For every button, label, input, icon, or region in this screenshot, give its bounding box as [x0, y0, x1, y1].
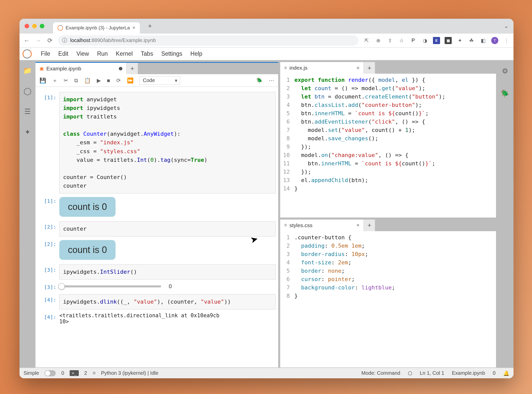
- right-activity-bar: ⚙ 🪲: [498, 62, 512, 368]
- cpu-icon[interactable]: ⌗: [93, 370, 96, 376]
- browser-toolbar: ← → ⟳ ⓘ localhost:8890/lab/tree/Example.…: [20, 33, 514, 48]
- simple-mode-toggle[interactable]: [45, 370, 56, 376]
- status-right-num: 0: [493, 370, 496, 376]
- back-button[interactable]: ←: [23, 37, 30, 44]
- notebook-toolbar: 💾 ＋ ✂ ⧉ 📋 ▶ ■ ⟳ ⏩ Code 🪲 ⋯: [35, 74, 278, 87]
- address-bar[interactable]: ⓘ localhost:8890/lab/tree/Example.ipynb: [58, 35, 358, 46]
- ext-badge-2[interactable]: ▦: [445, 37, 452, 44]
- terminals-chip[interactable]: >_: [70, 370, 79, 376]
- menu-kernel[interactable]: Kernel: [112, 49, 136, 59]
- close-tab-icon[interactable]: ×: [132, 25, 135, 31]
- main-area: ▣ Example.ipynb + 💾 ＋ ✂ ⧉ 📋 ▶ ■ ⟳ ⏩: [35, 60, 514, 368]
- more-icon[interactable]: ⋯: [269, 77, 274, 84]
- kebab-menu-icon[interactable]: ⋮: [503, 37, 510, 44]
- maximize-window-button[interactable]: [40, 24, 44, 28]
- menu-view[interactable]: View: [73, 49, 92, 59]
- menu-edit[interactable]: Edit: [55, 49, 72, 59]
- editor-js-tab[interactable]: ≡ index.js ×: [280, 62, 364, 74]
- trusted-icon[interactable]: ⬡: [408, 370, 412, 376]
- ext-circle-icon[interactable]: ◑: [421, 37, 428, 44]
- notebook-cells[interactable]: [1]: import anywidget import ipywidgets …: [35, 87, 278, 367]
- slider-thumb[interactable]: [58, 283, 65, 290]
- add-notebook-tab[interactable]: +: [127, 63, 138, 74]
- menu-settings[interactable]: Settings: [158, 49, 186, 59]
- menu-tabs[interactable]: Tabs: [137, 49, 157, 59]
- close-css-tab-icon[interactable]: ×: [356, 222, 359, 228]
- cell-4-input[interactable]: [4]: ipywidgets.dlink((_, "value"), (cou…: [35, 294, 276, 309]
- extensions-rail-icon[interactable]: ✦: [25, 128, 30, 136]
- editor-js-body[interactable]: 1234567891011121314 export function rend…: [280, 74, 496, 218]
- toc-icon[interactable]: ☰: [24, 107, 31, 116]
- share-icon[interactable]: ⇪: [386, 37, 393, 44]
- counter-button-2[interactable]: count is 0: [59, 240, 116, 260]
- editor-css-tab[interactable]: ≡ styles.css ×: [280, 220, 364, 231]
- cell-1-input[interactable]: [1]: import anywidget import ipywidgets …: [35, 92, 276, 193]
- slider-track[interactable]: [60, 285, 161, 287]
- sidepanel-icon[interactable]: ◧: [480, 37, 487, 44]
- open-external-icon[interactable]: ⇱: [363, 37, 370, 44]
- debugger-icon[interactable]: 🪲: [501, 89, 509, 98]
- right-pane: ≡ index.js × + 1234567891011121314 expor…: [280, 62, 496, 368]
- new-tab-button[interactable]: +: [148, 22, 152, 30]
- menu-help[interactable]: Help: [187, 49, 206, 59]
- bell-icon[interactable]: 🔔: [503, 370, 509, 376]
- cell-2-input[interactable]: [2]: counter: [35, 221, 276, 237]
- ext-leaf-icon[interactable]: ☘: [468, 37, 475, 44]
- left-activity-bar: 📁 ◯ ☰ ✦: [20, 60, 35, 368]
- status-filename: Example.ipynb: [452, 370, 485, 376]
- profile-avatar[interactable]: T: [491, 37, 498, 44]
- fast-forward-icon[interactable]: ⏩: [127, 77, 134, 84]
- bug-icon[interactable]: 🪲: [256, 77, 263, 84]
- editor-css-pane: ≡ styles.css × + 12345678 .counter-butto…: [280, 219, 496, 368]
- property-inspector-icon[interactable]: ⚙: [502, 67, 508, 75]
- cell-3-code[interactable]: ipywidgets.IntSlider(): [59, 264, 276, 280]
- extensions-icon[interactable]: ✦: [456, 37, 463, 44]
- js-code[interactable]: export function render({ model, el }) { …: [292, 74, 496, 218]
- stop-icon[interactable]: ■: [107, 77, 110, 84]
- restart-icon[interactable]: ⟳: [116, 77, 121, 84]
- forward-button[interactable]: →: [35, 37, 42, 44]
- cell-2-code[interactable]: counter: [59, 221, 276, 237]
- status-kernel[interactable]: Python 3 (ipykernel) | Idle: [101, 370, 158, 376]
- site-info-icon[interactable]: ⓘ: [62, 37, 67, 44]
- menu-file[interactable]: File: [37, 49, 54, 59]
- status-bar: Simple 0 >_ 2 ⌗ Python 3 (ipykernel) | I…: [20, 368, 514, 378]
- add-css-tab[interactable]: +: [364, 220, 375, 231]
- cell-1-output: [1]: count is 0: [35, 195, 276, 219]
- running-icon[interactable]: ◯: [24, 87, 31, 95]
- files-icon[interactable]: 📁: [23, 66, 32, 75]
- minimize-window-button[interactable]: [32, 24, 37, 28]
- copy-icon[interactable]: ⧉: [74, 77, 78, 84]
- jupyter-logo-icon[interactable]: [23, 49, 32, 58]
- ext-p-icon[interactable]: P: [410, 37, 417, 44]
- reload-button[interactable]: ⟳: [46, 37, 53, 44]
- bookmark-icon[interactable]: ☆: [398, 37, 405, 44]
- cell-3-output: [3]: 0: [35, 282, 276, 292]
- counter-button-1[interactable]: count is 0: [59, 197, 116, 217]
- url-host: localhost: [70, 37, 90, 43]
- int-slider[interactable]: 0: [59, 283, 276, 290]
- close-js-tab-icon[interactable]: ×: [356, 65, 359, 71]
- editor-css-tabrow: ≡ styles.css × +: [280, 220, 496, 231]
- editor-css-body[interactable]: 12345678 .counter-button { padding: 0.5e…: [280, 231, 496, 367]
- cell-1-code[interactable]: import anywidget import ipywidgets impor…: [59, 92, 276, 193]
- paste-icon[interactable]: 📋: [84, 77, 91, 84]
- cut-icon[interactable]: ✂: [64, 77, 68, 84]
- ext-badge-1[interactable]: E: [433, 37, 440, 44]
- notebook-tab[interactable]: ▣ Example.ipynb: [35, 63, 127, 74]
- jupyter-menubar: File Edit View Run Kernel Tabs Settings …: [20, 48, 514, 60]
- tabs-menu-icon[interactable]: ⌄: [504, 23, 508, 29]
- menu-run[interactable]: Run: [93, 49, 111, 59]
- cell-4-code[interactable]: ipywidgets.dlink((_, "value"), (counter,…: [59, 294, 276, 309]
- cell-2-out-prompt: [2]:: [35, 239, 59, 262]
- close-window-button[interactable]: [25, 24, 29, 28]
- add-cell-icon[interactable]: ＋: [52, 77, 58, 84]
- css-code[interactable]: .counter-button { padding: 0.5em 1em; bo…: [292, 231, 496, 367]
- cell-3-input[interactable]: [3]: ipywidgets.IntSlider(): [35, 264, 276, 280]
- celltype-select[interactable]: Code: [140, 76, 180, 85]
- add-js-tab[interactable]: +: [364, 62, 375, 74]
- browser-tab[interactable]: Example.ipynb (3) - JupyterLa ×: [53, 22, 140, 33]
- save-icon[interactable]: 💾: [40, 77, 46, 84]
- zoom-icon[interactable]: ⊕: [375, 37, 382, 44]
- run-icon[interactable]: ▶: [97, 77, 101, 84]
